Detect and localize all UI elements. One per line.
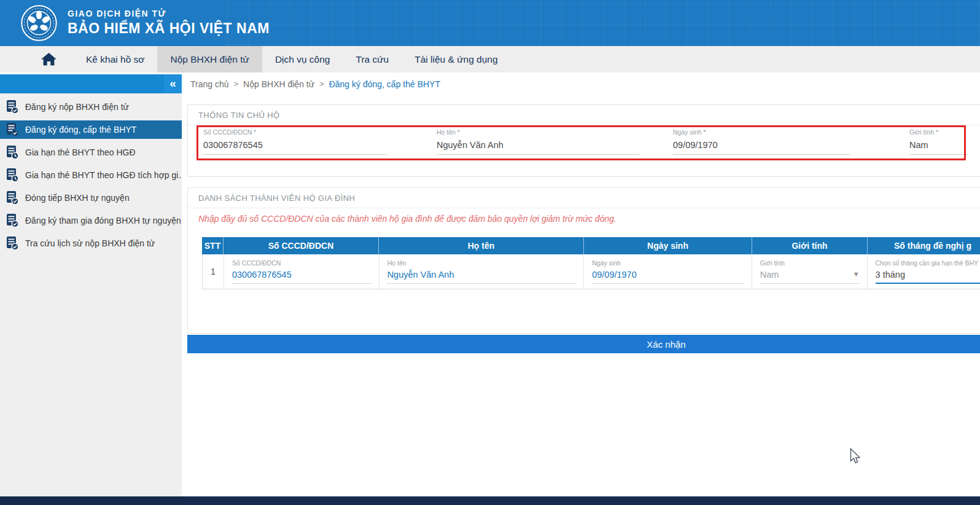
divider <box>188 125 980 125</box>
app-tagline: GIAO DỊCH ĐIỆN TỬ <box>68 9 270 18</box>
document-check-icon <box>6 214 19 228</box>
row-sothang-cell: Chọn số tháng cần gia hạn thẻ BHY 3 thán… <box>868 254 980 289</box>
document-check-icon <box>6 100 19 114</box>
sidebar-collapse-button[interactable]: « <box>164 74 182 93</box>
sidebar-item-gia-han-the-bhyt-hgd[interactable]: Gia hạn thẻ BHYT theo HGĐ <box>0 143 182 162</box>
sidebar-item-label: Đóng tiếp BHXH tự nguyện <box>25 193 130 203</box>
home-button[interactable] <box>25 46 73 72</box>
row-ngaysinh-input[interactable]: 09/09/1970 <box>592 270 744 280</box>
table-row: 1 Số CCCD/ĐDCN 030067876545 Họ tên Nguyễ… <box>202 254 980 289</box>
row-cccd-cell: Số CCCD/ĐDCN 030067876545 <box>224 254 379 289</box>
sidebar-item-dang-ky-dong-cap-the-bhyt[interactable]: Đăng ký đóng, cấp thẻ BHYT <box>0 120 182 139</box>
chevron-down-icon[interactable]: ▼ <box>853 270 860 278</box>
divider <box>188 208 980 208</box>
sidebar-item-dang-ky-tham-gia-dong-bhxh[interactable]: Đăng ký tham gia đóng BHXH tự nguyện <box>0 211 182 230</box>
ngaysinh-field: Ngày sinh * 09/09/1970 <box>673 128 851 155</box>
sidebar-header-strip: « <box>0 74 182 93</box>
document-check-icon <box>6 123 19 137</box>
members-table: STT Số CCCD/ĐDCN Họ tên Ngày sinh Giới t… <box>202 237 980 289</box>
breadcrumb-separator: > <box>234 79 239 88</box>
breadcrumb-section[interactable]: Nộp BHXH điện tử <box>243 79 314 89</box>
gioitinh-field-label: Giới tính * <box>909 128 968 136</box>
header-gioitinh: Giới tính <box>752 237 868 254</box>
dotted-underline <box>232 283 371 284</box>
sidebar-item-dang-ky-nop-bhxh[interactable]: Đăng ký nộp BHXH điện tử <box>0 98 182 116</box>
nav-item-tra-cuu[interactable]: Tra cứu <box>343 46 402 72</box>
hoten-field-input[interactable]: Nguyễn Văn Anh <box>437 140 639 155</box>
header-cccd: Số CCCD/ĐDCN <box>224 237 379 254</box>
sidebar-item-gia-han-the-bhyt-hgd-tich-hop[interactable]: Gia hạn thẻ BHYT theo HGĐ tích hợp gi… <box>0 166 182 184</box>
members-note: Nhập đầy đủ số CCCD/ĐDCN của các thành v… <box>198 214 616 224</box>
row-gioitinh-label: Giới tính <box>760 259 859 267</box>
nav-item-dich-vu-cong[interactable]: Dịch vụ công <box>262 46 343 72</box>
document-clock-icon <box>6 146 19 160</box>
sidebar-item-dong-tiep-bhxh-tu-nguyen[interactable]: Đóng tiếp BHXH tự nguyện <box>0 189 182 207</box>
app-header: GIAO DỊCH ĐIỆN TỬ BẢO HIỂM XÃ HỘI VIỆT N… <box>0 0 980 46</box>
sidebar-menu: Đăng ký nộp BHXH điện tử Đăng ký đóng, c… <box>0 93 182 496</box>
members-panel-title: DANH SÁCH THÀNH VIÊN HỘ GIA ĐÌNH <box>198 194 355 203</box>
row-stt: 1 <box>203 254 224 289</box>
cccd-field: Số CCCD/ĐDCN * 030067876545 <box>203 128 387 155</box>
sidebar-item-label: Gia hạn thẻ BHYT theo HGĐ tích hợp gi… <box>25 170 182 180</box>
ngaysinh-field-input[interactable]: 09/09/1970 <box>673 140 851 155</box>
gioitinh-field-input[interactable]: Nam <box>909 140 968 155</box>
selected-underline <box>876 283 980 284</box>
sidebar-item-label: Gia hạn thẻ BHYT theo HGĐ <box>25 147 136 157</box>
ngaysinh-field-label: Ngày sinh * <box>673 128 851 136</box>
confirm-button[interactable]: Xác nhận <box>187 335 980 353</box>
breadcrumb: Trang chủ > Nộp BHXH điện tử > Đăng ký đ… <box>190 74 440 93</box>
page-footer <box>0 496 980 505</box>
row-ngaysinh-label: Ngày sinh <box>592 259 744 267</box>
chevron-left-double-icon: « <box>169 77 176 90</box>
main-navbar: Kê khai hồ sơ Nộp BHXH điện tử Dịch vụ c… <box>0 46 980 72</box>
sidebar-item-tra-cuu-lich-su-nop-bhxh[interactable]: Tra cứu lịch sử nộp BHXH điện tử <box>0 234 182 252</box>
header-decor-pattern <box>227 0 980 46</box>
sidebar-item-label: Đăng ký nộp BHXH điện tử <box>25 102 129 112</box>
dotted-underline <box>387 283 576 284</box>
row-hoten-cell: Họ tên Nguyễn Văn Anh <box>379 254 585 289</box>
row-hoten-input[interactable]: Nguyễn Văn Anh <box>387 270 576 280</box>
document-check-icon <box>6 191 19 205</box>
document-clock-icon <box>6 168 19 182</box>
header-stt: STT <box>202 237 224 254</box>
breadcrumb-home[interactable]: Trang chủ <box>190 79 229 89</box>
nav-item-nop-bhxh-dien-tu[interactable]: Nộp BHXH điện tử <box>157 46 262 72</box>
cccd-field-label: Số CCCD/ĐDCN * <box>203 128 387 136</box>
sidebar-item-label: Tra cứu lịch sử nộp BHXH điện tử <box>25 238 155 248</box>
sidebar-item-label: Đăng ký tham gia đóng BHXH tự nguyện <box>25 216 181 225</box>
row-sothang-label: Chọn số tháng cần gia hạn thẻ BHY <box>876 259 980 267</box>
row-gioitinh-dropdown[interactable]: Nam <box>760 270 859 280</box>
row-cccd-label: Số CCCD/ĐDCN <box>232 259 371 267</box>
nav-item-tai-lieu-ung-dung[interactable]: Tài liệu & ứng dụng <box>402 46 510 72</box>
bhxh-logo-icon <box>20 4 58 42</box>
breadcrumb-separator: > <box>319 79 324 88</box>
header-ngaysinh: Ngày sinh <box>584 237 752 254</box>
owner-info-panel: THÔNG TIN CHỦ HỘ Số CCCD/ĐDCN * 03006787… <box>187 104 980 177</box>
hoten-field: Họ tên * Nguyễn Văn Anh <box>437 128 639 155</box>
gioitinh-field: Giới tính * Nam <box>909 128 968 155</box>
members-panel: DANH SÁCH THÀNH VIÊN HỘ GIA ĐÌNH Nhập đầ… <box>187 187 980 334</box>
header-sothang: Số tháng đề nghị g <box>868 237 980 254</box>
home-icon <box>41 53 56 66</box>
app-title: BẢO HIỂM XÃ HỘI VIỆT NAM <box>68 20 270 37</box>
cccd-field-input[interactable]: 030067876545 <box>203 140 387 155</box>
dotted-underline <box>760 283 859 284</box>
nav-item-ke-khai-ho-so[interactable]: Kê khai hồ sơ <box>73 46 157 72</box>
sidebar-item-label: Đăng ký đóng, cấp thẻ BHYT <box>25 125 136 135</box>
hoten-field-label: Họ tên * <box>437 128 639 136</box>
row-cccd-input[interactable]: 030067876545 <box>232 270 371 280</box>
members-table-header: STT Số CCCD/ĐDCN Họ tên Ngày sinh Giới t… <box>202 237 980 254</box>
dotted-underline <box>592 283 744 284</box>
owner-panel-title: THÔNG TIN CHỦ HỘ <box>198 111 280 120</box>
row-sothang-select[interactable]: 3 tháng <box>876 270 980 280</box>
row-ngaysinh-cell: Ngày sinh 09/09/1970 <box>584 254 752 289</box>
breadcrumb-current-page[interactable]: Đăng ký đóng, cấp thẻ BHYT <box>329 79 440 89</box>
row-hoten-label: Họ tên <box>387 259 576 267</box>
mouse-cursor <box>850 448 861 464</box>
row-gioitinh-cell: Giới tính Nam ▼ <box>752 254 868 289</box>
header-hoten: Họ tên <box>379 237 584 254</box>
document-check-icon <box>6 237 19 251</box>
